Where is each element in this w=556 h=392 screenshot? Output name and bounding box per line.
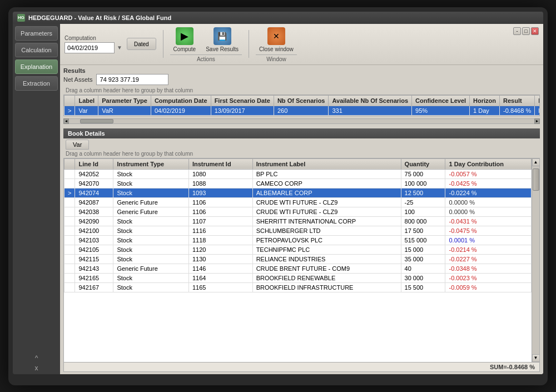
cell-inst-type: Stock bbox=[113, 216, 189, 226]
col-result[interactable]: Result bbox=[500, 95, 535, 106]
book-details-header: Book Details bbox=[63, 128, 540, 138]
table-row[interactable]: > Var VaR 04/02/2019 13/09/2017 260 331 … bbox=[64, 106, 540, 115]
sidebar-item-calculation[interactable]: Calculation bbox=[15, 43, 58, 57]
sidebar-item-parameters[interactable]: Parameters bbox=[15, 26, 58, 41]
cell-contrib: 0.0000 % bbox=[445, 197, 532, 207]
table-row[interactable]: 942165 Stock 1164 BROOKFIELD RENEWABLE 3… bbox=[64, 273, 532, 282]
bcol-expander[interactable] bbox=[64, 158, 75, 169]
var-tab[interactable]: Var bbox=[66, 140, 89, 150]
window-label: Window bbox=[256, 54, 297, 62]
save-icon: 💾 bbox=[214, 27, 231, 45]
table-row[interactable]: > 942074 Stock 1093 ALBEMARLE CORP 12 50… bbox=[64, 188, 532, 197]
sidebar-close-btn[interactable]: x bbox=[35, 364, 38, 372]
computation-date-input[interactable] bbox=[64, 42, 115, 53]
bcol-instrument-label[interactable]: Instrument Label bbox=[252, 158, 401, 169]
table-row[interactable]: 942087 Generic Future 1106 CRUDE WTI FUT… bbox=[64, 197, 532, 207]
drag-hint-bottom: Drag a column header here to group by th… bbox=[63, 150, 540, 158]
results-label: Results bbox=[63, 67, 540, 74]
table-row[interactable]: 942103 Stock 1118 PETROPAVLOVSK PLC 515 … bbox=[64, 235, 532, 245]
cell-label: Var bbox=[75, 106, 98, 115]
table-row[interactable]: 942070 Stock 1088 CAMECO CORP 100 000 -0… bbox=[64, 178, 532, 188]
right-scrollbar[interactable]: ▲ ▼ bbox=[532, 158, 539, 362]
table-row[interactable]: 942167 Stock 1165 BROOKFIELD INFRASTRUCT… bbox=[64, 282, 532, 292]
col-instrument-type[interactable]: Instrument Type bbox=[535, 95, 540, 106]
col-parameter-type[interactable]: Parameter Type bbox=[98, 95, 151, 106]
save-label: Save Results bbox=[206, 46, 239, 52]
table-row[interactable]: 942143 Generic Future 1146 CRUDE BRENT F… bbox=[64, 264, 532, 273]
cell-contrib: 0.0000 % bbox=[445, 207, 532, 216]
table-row[interactable]: 942038 Generic Future 1106 CRUDE WTI FUT… bbox=[64, 207, 532, 216]
scroll-down-button[interactable]: ▼ bbox=[532, 354, 540, 362]
minimize-button[interactable]: - bbox=[513, 27, 521, 35]
v-scroll-thumb[interactable] bbox=[533, 168, 539, 191]
bcol-instrument-type[interactable]: Instrument Type bbox=[113, 158, 189, 169]
cell-inst-label: SCHLUMBERGER LTD bbox=[252, 226, 401, 235]
sum-row: SUM=-0.8468 % bbox=[64, 362, 539, 371]
book-details-table-container: Line Id Instrument Type Instrument Id In… bbox=[63, 158, 540, 372]
h-scroll-thumb[interactable] bbox=[80, 119, 113, 123]
table-row[interactable]: 942115 Stock 1130 RELIANCE INDUSTRIES 35… bbox=[64, 254, 532, 264]
window-section: ✕ Close window Window bbox=[256, 26, 297, 62]
cell-available-nb: 331 bbox=[329, 106, 412, 115]
cell-contrib: -0.0227 % bbox=[445, 254, 532, 264]
cell-inst-id: 1080 bbox=[188, 169, 252, 178]
bottom-table-scroll[interactable]: Line Id Instrument Type Instrument Id In… bbox=[64, 158, 532, 362]
sidebar-collapse-btn[interactable]: ^ bbox=[35, 354, 38, 362]
col-horizon[interactable]: Horizon bbox=[470, 95, 500, 106]
cell-first-scenario: 13/09/2017 bbox=[211, 106, 274, 115]
dated-button[interactable]: Dated bbox=[127, 38, 156, 50]
cell-contrib: -0.0431 % bbox=[445, 216, 532, 226]
cell-line-id: 942100 bbox=[75, 226, 113, 235]
bcol-contribution[interactable]: 1 Day Contribution bbox=[445, 158, 532, 169]
cell-line-id: 942103 bbox=[75, 235, 113, 245]
compute-button[interactable]: ▶ Compute bbox=[170, 26, 200, 53]
sidebar-bottom: ^ x bbox=[13, 352, 60, 374]
col-nb-scenarios[interactable]: Nb Of Scenarios bbox=[274, 95, 329, 106]
cell-instrument-type: Forex Future, Generic Future, Generic Op… bbox=[535, 106, 540, 115]
col-label[interactable] bbox=[64, 95, 75, 106]
results-section: Results Net Assets Drag a column header … bbox=[63, 67, 540, 116]
scroll-left-btn[interactable]: ◄ bbox=[63, 118, 69, 124]
sidebar-item-extraction[interactable]: Extraction bbox=[15, 76, 58, 91]
close-window-button[interactable]: ✕ Close window bbox=[256, 26, 297, 53]
table-row[interactable]: 942100 Stock 1116 SCHLUMBERGER LTD 17 50… bbox=[64, 226, 532, 235]
dated-group: Dated bbox=[127, 38, 156, 50]
v-scroll-track[interactable] bbox=[532, 166, 540, 354]
toolbar-separator-1 bbox=[163, 30, 163, 58]
bcol-line-id[interactable]: Line Id bbox=[75, 158, 113, 169]
table-with-scroll: Line Id Instrument Type Instrument Id In… bbox=[64, 158, 539, 362]
cell-inst-id: 1116 bbox=[188, 226, 252, 235]
cell-inst-label: CAMECO CORP bbox=[252, 178, 401, 188]
bcol-instrument-id[interactable]: Instrument Id bbox=[188, 158, 252, 169]
horizontal-scrollbar[interactable]: ◄ ► bbox=[63, 118, 540, 124]
col-computation-date[interactable]: Computation Date bbox=[151, 95, 211, 106]
col-available-nb[interactable]: Available Nb Of Scenarios bbox=[329, 95, 412, 106]
scroll-right-btn[interactable]: ► bbox=[534, 118, 540, 124]
cell-qty: 30 000 bbox=[401, 273, 445, 282]
cell-qty: 17 500 bbox=[401, 226, 445, 235]
save-results-button[interactable]: 💾 Save Results bbox=[202, 26, 242, 53]
cell-contrib: -0.0224 % bbox=[445, 188, 532, 197]
net-assets-input[interactable] bbox=[96, 74, 168, 85]
table-row[interactable]: 942052 Stock 1080 BP PLC 75 000 -0.0057 … bbox=[64, 169, 532, 178]
scroll-up-button[interactable]: ▲ bbox=[532, 158, 540, 166]
cell-contrib: -0.0059 % bbox=[445, 282, 532, 292]
cell-inst-label: BROOKFIELD RENEWABLE bbox=[252, 273, 401, 282]
col-label-header[interactable]: Label bbox=[75, 95, 98, 106]
col-confidence-level[interactable]: Confidence Level bbox=[412, 95, 470, 106]
close-icon: ✕ bbox=[267, 27, 285, 45]
table-row[interactable]: 942105 Stock 1120 TECHNIPFMC PLC 15 000 … bbox=[64, 245, 532, 254]
sum-label: SUM= bbox=[490, 364, 507, 370]
computation-arrow: ▼ bbox=[117, 44, 122, 51]
bcol-quantity[interactable]: Quantity bbox=[401, 158, 445, 169]
cell-computation-date: 04/02/2019 bbox=[151, 106, 211, 115]
close-button[interactable]: ✕ bbox=[531, 27, 539, 35]
cell-inst-id: 1088 bbox=[188, 178, 252, 188]
sidebar: Parameters Calculation Explanation Extra… bbox=[13, 24, 60, 374]
col-first-scenario-date[interactable]: First Scenario Date bbox=[211, 95, 274, 106]
table-row[interactable]: 942090 Stock 1107 SHERRITT INTERNATIONAL… bbox=[64, 216, 532, 226]
h-scroll-track[interactable] bbox=[69, 119, 534, 123]
maximize-button[interactable]: □ bbox=[522, 27, 530, 35]
cell-inst-label: PETROPAVLOVSK PLC bbox=[252, 235, 401, 245]
sidebar-item-explanation[interactable]: Explanation bbox=[15, 59, 58, 74]
